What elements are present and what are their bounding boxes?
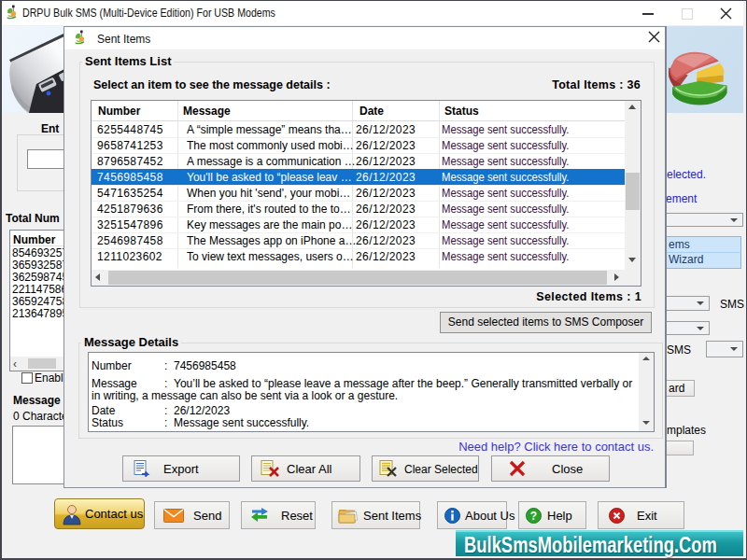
svg-text:?: ? — [530, 510, 537, 523]
